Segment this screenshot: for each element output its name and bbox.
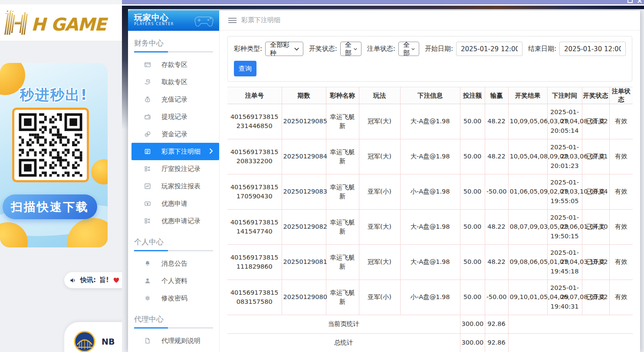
sidebar-item-bet-list[interactable]: 彩票下注明细 xyxy=(131,143,219,160)
logo-text: H GAME xyxy=(31,16,106,35)
table-cell: 冠军(大) xyxy=(359,139,400,174)
room-list-icon xyxy=(144,165,151,172)
lottery-type-value: 全部彩种 xyxy=(270,41,294,57)
table-cell: 50.00 xyxy=(460,174,485,210)
end-date-label: 结束日期: xyxy=(528,45,556,53)
table-cell: 冠军(大) xyxy=(359,104,400,139)
news-ticker[interactable]: 快讯: 旨! xyxy=(64,272,122,288)
sidebar-section-title: 个人中心 xyxy=(134,237,213,247)
sidebar-item-label: 提现记录 xyxy=(161,113,187,121)
lottery-type-select[interactable]: 全部彩种 xyxy=(265,42,303,56)
page-title: 彩票下注明细 xyxy=(241,16,280,24)
column-header: 注单号 xyxy=(227,87,282,104)
page-left-shade xyxy=(122,9,128,135)
download-button[interactable]: 扫描快速下载 xyxy=(3,194,97,219)
table-cell: 亚军(小) xyxy=(359,280,400,315)
sidebar-item-label: 资金记录 xyxy=(161,130,187,138)
summary-empty xyxy=(508,315,633,334)
heart-icon xyxy=(112,276,120,284)
players-center-panel: 玩家中心 PLAYERS CENTER 财务中心存款专区取款专区充值记录提现记录… xyxy=(128,10,640,352)
lottery-type-label: 彩种类型: xyxy=(234,45,262,53)
table-cell: 幸运飞艇新 xyxy=(326,245,359,280)
sidebar-item-label: 消息公告 xyxy=(161,260,187,268)
table-cell: 幸运飞艇新 xyxy=(326,104,359,139)
team-logo-icon xyxy=(74,331,95,352)
decor-blob xyxy=(91,159,108,184)
brand-logo: H GAME xyxy=(3,10,106,35)
search-button[interactable]: 查询 xyxy=(234,61,256,76)
column-header: 开奖结果 xyxy=(508,87,547,104)
table-cell: 401569173815111829860 xyxy=(227,245,282,280)
speaker-icon xyxy=(69,277,77,284)
summary-win-loss: 92.86 xyxy=(485,315,508,334)
sidebar-item-news[interactable]: 代理团队统计 xyxy=(128,349,219,352)
page-top-band xyxy=(122,6,644,9)
sidebar-item-withdraw-hand[interactable]: 取款专区 xyxy=(128,73,219,91)
table-cell: 09,08,06,05,01,07,04,03,10,02 xyxy=(508,245,547,280)
sidebar-item-gear[interactable]: 修改密码 xyxy=(128,289,219,307)
download-banner: 秒进秒出! 扫描快速下载 xyxy=(0,63,108,247)
sidebar-item-room-list[interactable]: 厅室投注记录 xyxy=(128,160,219,178)
person-icon xyxy=(144,277,151,284)
table-cell: 09,10,01,05,04,06,07,08,03,02 xyxy=(508,280,547,315)
top-strip xyxy=(0,0,122,4)
table-cell: 48.22 xyxy=(485,139,508,174)
column-header: 下注时间 xyxy=(547,87,582,104)
sidebar-item-deposit-card[interactable]: 存款专区 xyxy=(128,56,219,73)
maximize-icon[interactable] xyxy=(628,0,633,3)
table-cell: 大-A盘@1.98 xyxy=(400,245,460,280)
column-header: 投注额 xyxy=(460,87,485,104)
table-cell: 冠军(大) xyxy=(359,245,400,280)
end-date-input[interactable] xyxy=(559,42,626,56)
order-status-value: 全部 xyxy=(403,41,411,57)
page-background: 玩家中心 PLAYERS CENTER 财务中心存款专区取款专区充值记录提现记录… xyxy=(122,9,644,352)
sidebar-item-label: 存款专区 xyxy=(161,61,187,69)
sidebar-item-report-chart[interactable]: 玩家投注报表 xyxy=(128,178,219,195)
table-cell: 20250129085 xyxy=(282,104,326,139)
sidebar-item-money-bag[interactable]: 充值记录 xyxy=(128,91,219,108)
bet-list-icon xyxy=(144,148,151,155)
table-cell: 20250129080 xyxy=(282,280,326,315)
table-cell: 大-A盘@1.98 xyxy=(400,210,460,245)
bet-table: 注单号期数彩种名称玩法下注信息投注额输赢开奖结果下注时间开奖状态注单状态4015… xyxy=(227,87,633,352)
close-icon[interactable] xyxy=(637,0,642,3)
withdraw-hand-icon xyxy=(144,79,151,86)
sidebar-item-coins[interactable]: 资金记录 xyxy=(128,125,219,143)
news-card[interactable]: NB xyxy=(64,322,122,352)
summary-row: 当前页统计300.0092.86 xyxy=(227,315,633,334)
table-cell: 亚军(小) xyxy=(359,174,400,210)
menu-icon[interactable] xyxy=(228,17,237,23)
sidebar-nav: 财务中心存款专区取款专区充值记录提现记录资金记录彩票下注明细厅室投注记录玩家投注… xyxy=(128,38,219,352)
report-chart-icon xyxy=(144,183,151,190)
draw-status-select[interactable]: 全部 xyxy=(340,42,361,56)
table-cell: 有效 xyxy=(609,139,633,174)
sidebar-item-promo-list[interactable]: 优惠申请记录 xyxy=(128,212,219,230)
sidebar-item-promo-ticket[interactable]: 优惠申请 xyxy=(128,195,219,212)
summary-empty xyxy=(508,334,633,352)
table-cell: 401569173815170590430 xyxy=(227,174,282,210)
column-header: 注单状态 xyxy=(609,87,633,104)
sidebar-item-document[interactable]: 代理规则说明 xyxy=(128,332,219,349)
summary-win-loss: 92.86 xyxy=(485,334,508,352)
sidebar-item-wallet[interactable]: 提现记录 xyxy=(128,108,219,125)
sidebar-item-label: 取款专区 xyxy=(161,78,187,86)
start-date-input[interactable] xyxy=(456,42,522,56)
order-status-select[interactable]: 全部 xyxy=(398,42,419,56)
table-cell: 08,07,09,03,05,02,06,01,04,10 xyxy=(508,210,547,245)
table-cell: 401569173815141547740 xyxy=(227,210,282,245)
table-cell: 大-A盘@1.98 xyxy=(400,139,460,174)
column-header: 输赢 xyxy=(485,87,508,104)
summary-row: 总统计300.0092.86 xyxy=(227,334,633,352)
column-header: 彩种名称 xyxy=(326,87,359,104)
table-cell: 有效 xyxy=(609,174,633,210)
table-cell: 20250129081 xyxy=(282,245,326,280)
sidebar: 玩家中心 PLAYERS CENTER 财务中心存款专区取款专区充值记录提现记录… xyxy=(128,10,220,352)
table-cell: 10,09,05,06,03,07,04,08,01,02 xyxy=(508,104,547,139)
sidebar-item-bell[interactable]: 消息公告 xyxy=(128,255,219,272)
table-cell: 50.00 xyxy=(460,245,485,280)
bell-icon xyxy=(144,260,151,267)
chevron-down-icon xyxy=(354,47,357,51)
table-cell: 幸运飞艇新 xyxy=(326,139,359,174)
sidebar-item-label: 厅室投注记录 xyxy=(161,165,200,173)
sidebar-item-person[interactable]: 个人资料 xyxy=(128,272,219,289)
